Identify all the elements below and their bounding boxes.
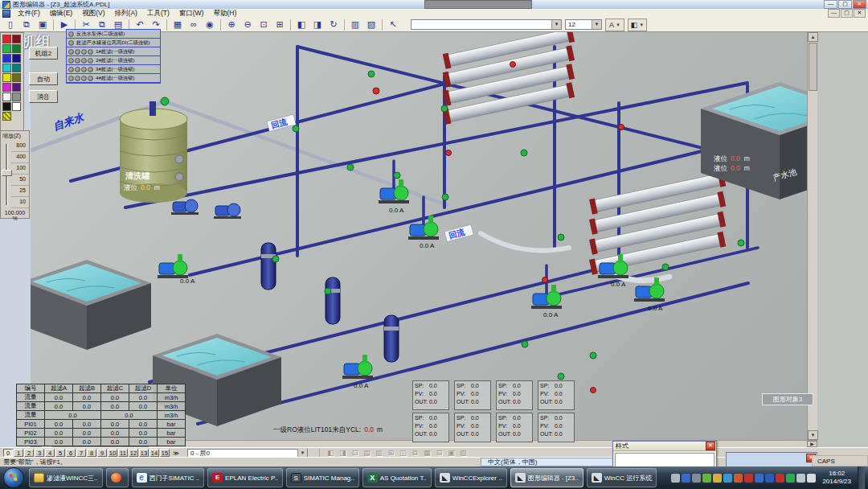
flip-vertical-icon[interactable]: ◨ [310, 18, 325, 31]
layer-tab-13[interactable]: 13 [139, 449, 149, 457]
taskbar-clock[interactable]: 16:02 2014/9/23 [817, 470, 856, 486]
palette-color[interactable] [12, 92, 21, 101]
pid-box[interactable]: SP:0.0PV:0.0OUT:0.0 [454, 380, 491, 410]
alarm-row[interactable]: 1#超滤(一级连锁) [67, 47, 160, 56]
palette-color[interactable] [2, 92, 11, 101]
palette-color[interactable] [12, 83, 21, 92]
close-button[interactable]: ✕ [853, 0, 866, 9]
unit-button-auto[interactable]: 自动 [29, 72, 58, 85]
pid-box[interactable]: SP:0.0PV:0.0OUT:0.0 [412, 380, 449, 410]
layer-tab-6[interactable]: 6 [66, 449, 76, 457]
pid-box[interactable]: SP:0.0PV:0.0OUT:0.0 [496, 413, 533, 442]
tray-icon[interactable] [713, 474, 722, 483]
layer-tab-2[interactable]: 2 [24, 449, 34, 457]
taskbar-app-folder[interactable]: 渗滤液WINCC三.. [29, 468, 103, 487]
layer-tab-8[interactable]: 8 [87, 449, 96, 457]
layer-tab-7[interactable]: 7 [76, 449, 86, 457]
layer-tab-0[interactable]: 0 [3, 449, 13, 457]
pid-box[interactable]: SP:0.0PV:0.0OUT:0.0 [454, 413, 491, 442]
layer-tab-4[interactable]: 4 [45, 449, 55, 457]
filter-vessels[interactable] [261, 243, 399, 362]
scrollbar-thumb[interactable] [809, 43, 817, 91]
tray-icon[interactable] [776, 474, 784, 483]
layer-more-button[interactable]: ≫ [170, 450, 182, 457]
tray-icon[interactable] [765, 474, 774, 483]
pump[interactable] [171, 199, 199, 215]
layer-tab-5[interactable]: 5 [55, 449, 65, 457]
unit-button-group2[interactable]: 机组2 [29, 47, 58, 60]
taskbar-app-internet-explorer[interactable]: 西门子SIMATIC .. [132, 468, 205, 487]
pump[interactable] [342, 355, 373, 379]
tray-icon[interactable] [755, 474, 764, 483]
palette-color[interactable] [2, 44, 11, 53]
palette-color[interactable] [2, 102, 11, 111]
taskbar-app-eplan[interactable]: EPLAN Electric P.. [207, 468, 283, 487]
vertical-scrollbar[interactable]: ▲ ▼ [807, 32, 817, 440]
start-button[interactable] [3, 467, 24, 488]
mdi-minimize-button[interactable]: — [828, 9, 840, 18]
transparent-color-swatch[interactable] [2, 112, 11, 121]
tray-icon[interactable] [786, 474, 795, 483]
layer-tab-10[interactable]: 10 [108, 449, 117, 457]
menu-item[interactable]: 视图(V) [77, 9, 109, 18]
filter-vessel[interactable] [326, 277, 340, 324]
scroll-right-icon[interactable]: ▶ [807, 441, 817, 447]
mdi-close-button[interactable]: ✕ [854, 9, 866, 18]
ime-language-bar[interactable]: 中文(简体，中国) [481, 458, 616, 466]
layer-tab-14[interactable]: 14 [149, 449, 159, 457]
zoom-tick[interactable]: 50 [11, 175, 29, 186]
tray-icon[interactable] [807, 474, 816, 483]
drawing-canvas[interactable]: 液位0.0m 液位0.0m 产水池 清洗罐 液位0.0m [31, 32, 807, 440]
palette-color[interactable] [2, 73, 11, 82]
menu-item[interactable]: 编辑(E) [45, 9, 77, 18]
layer-select[interactable]: 0 - 层0 ▼ [187, 449, 308, 458]
taskbar-app-excel[interactable]: AS Quotation T.. [362, 468, 432, 487]
palette-color[interactable] [12, 44, 21, 53]
save-icon[interactable]: ▣ [35, 18, 50, 31]
layer-tab-11[interactable]: 11 [118, 449, 128, 457]
tray-icon[interactable] [734, 474, 743, 483]
palette-color[interactable] [2, 35, 11, 43]
scroll-up-icon[interactable]: ▲ [808, 32, 818, 42]
tray-icon[interactable] [702, 474, 711, 483]
slider-thumb[interactable] [2, 170, 12, 176]
tray-icon[interactable] [671, 474, 680, 483]
pid-box[interactable]: SP:0.0PV:0.0OUT:0.0 [538, 413, 575, 442]
tray-icon[interactable] [796, 474, 805, 483]
palette-color[interactable] [12, 35, 21, 43]
zoom-tick[interactable]: 25 [11, 186, 29, 197]
taskbar-app-simatic[interactable]: SIMATIC Manag.. [286, 468, 359, 487]
zoom-tick[interactable]: 400 [11, 152, 29, 163]
layer-tab-9[interactable]: 9 [97, 449, 107, 457]
taskbar-app-wincc[interactable]: WinCCExplorer .. [435, 468, 507, 487]
zoom-in-icon[interactable]: ⊕ [224, 18, 239, 31]
minimize-button[interactable]: — [824, 0, 837, 9]
alarm-row[interactable]: 4#超滤(一级连锁) [67, 74, 160, 83]
unit-button-mute[interactable]: 消音 [29, 90, 58, 103]
zoom-slider[interactable] [1, 141, 10, 208]
layer-tab-1[interactable]: 1 [14, 449, 23, 457]
taskbar-app-wincc[interactable]: 图形编辑器 - [Z3.. [510, 468, 583, 487]
menu-item[interactable]: 排列(A) [110, 9, 142, 18]
palette-color[interactable] [12, 54, 21, 63]
maximize-button[interactable]: ▢ [838, 0, 852, 9]
zoom-fit-icon[interactable]: ⊞ [272, 18, 287, 31]
open-icon[interactable]: ⧉ [19, 18, 34, 31]
alarm-row[interactable]: 超滤产水罐液位高高DI(二级连锁) [67, 39, 160, 47]
palette-color[interactable] [12, 64, 21, 72]
taskbar-app-media-player[interactable] [106, 468, 129, 487]
pid-box[interactable]: SP:0.0PV:0.0OUT:0.0 [412, 413, 449, 442]
alarm-row[interactable]: 反洗水泵停(二级连锁) [67, 30, 160, 39]
chevron-down-icon[interactable]: ▼ [592, 20, 601, 29]
document-icon[interactable] [2, 10, 10, 18]
palette-color[interactable] [2, 54, 11, 63]
library-icon[interactable]: ▥ [348, 18, 362, 31]
zoom-tick[interactable]: 100 [11, 163, 29, 175]
close-icon[interactable]: ✕ [706, 442, 715, 450]
zoom-out-icon[interactable]: ⊖ [240, 18, 255, 31]
font-name-combo[interactable]: ▼ [411, 19, 562, 30]
zoom-tick[interactable]: 10 [11, 197, 29, 208]
chevron-down-icon[interactable]: ▼ [297, 449, 307, 458]
menu-item[interactable]: 工具(T) [142, 9, 174, 18]
zoom-tick[interactable]: 800 [11, 141, 29, 152]
